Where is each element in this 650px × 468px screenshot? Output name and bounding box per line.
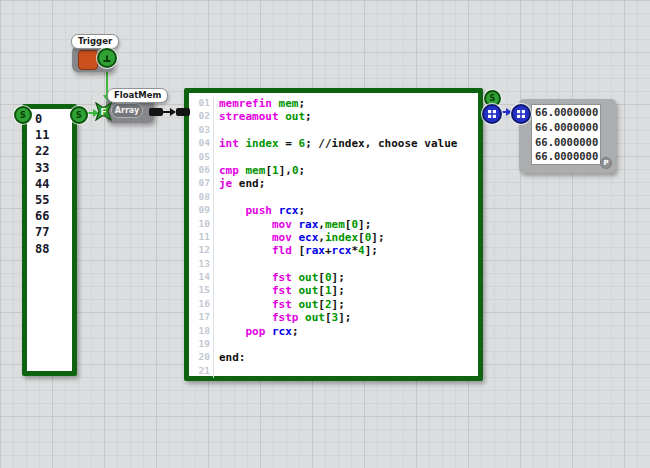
line-number: 06	[189, 164, 214, 177]
code-line[interactable]: 12 fld [rax+rcx*4];	[189, 244, 478, 257]
trigger-node-label[interactable]: Trigger	[71, 34, 119, 49]
stream-connector-icon	[516, 109, 526, 119]
code-text: cmp mem[1],0;	[214, 164, 305, 177]
code-text: mov rax,mem[0];	[214, 218, 371, 231]
line-number: 07	[189, 177, 214, 190]
line-number: 19	[189, 338, 214, 351]
code-text: fst out[0];	[214, 271, 345, 284]
code-line[interactable]: 14 fst out[0];	[189, 271, 478, 284]
code-text: push rcx;	[214, 204, 305, 217]
code-line[interactable]: 01memrefin mem;	[189, 97, 478, 110]
line-number: 18	[189, 325, 214, 338]
code-line[interactable]: 02streamout out;	[189, 110, 478, 123]
trigger-button[interactable]	[78, 50, 98, 70]
properties-badge[interactable]: P	[600, 157, 612, 169]
code-text: fld [rax+rcx*4];	[214, 244, 378, 257]
code-line[interactable]: 07je end;	[189, 177, 478, 190]
line-number: 02	[189, 110, 214, 123]
code-line[interactable]: 13	[189, 258, 478, 271]
floatmem-node-label[interactable]: FloatMem	[107, 88, 168, 103]
list-value[interactable]: 0	[27, 111, 72, 127]
list-input-connector[interactable]: S	[14, 106, 32, 124]
line-number: 15	[189, 284, 214, 297]
display-stream-input-connector[interactable]	[511, 104, 531, 124]
array-pill[interactable]: Array	[111, 103, 143, 118]
trigger-output-connector[interactable]	[97, 48, 117, 68]
line-number: 08	[189, 191, 214, 204]
list-value[interactable]: 11	[27, 127, 72, 143]
output-value: 66.0000000	[532, 149, 600, 164]
properties-badge-letter: P	[603, 159, 608, 167]
code-line[interactable]: 15 fst out[1];	[189, 284, 478, 297]
code-line[interactable]: 21	[189, 365, 478, 378]
wire-array-to-code	[163, 111, 171, 113]
list-value[interactable]: 22	[27, 143, 72, 159]
code-text	[214, 338, 219, 351]
code-text	[214, 124, 219, 137]
list-value[interactable]: 55	[27, 192, 72, 208]
float-connector-letter: F	[100, 107, 106, 117]
float-input-connector[interactable]: F	[95, 102, 112, 121]
code-mem-input-pad[interactable]	[176, 108, 190, 116]
array-list-values: 01122334455667788	[27, 109, 72, 257]
line-number: 09	[189, 204, 214, 217]
list-output-connector[interactable]: S	[70, 106, 88, 124]
list-value[interactable]: 66	[27, 208, 72, 224]
code-text: int index = 6; //index, choose value	[214, 137, 457, 150]
code-line[interactable]: 20end:	[189, 351, 478, 364]
trigger-icon	[101, 52, 113, 64]
code-line[interactable]: 11 mov ecx,index[0];	[189, 231, 478, 244]
schematic-canvas: Trigger 01122334455667788 S S FloatMem A…	[0, 0, 650, 468]
code-text: end:	[214, 351, 246, 364]
code-line[interactable]: 17 fstp out[3];	[189, 311, 478, 324]
array-list-box[interactable]: 01122334455667788	[22, 104, 77, 376]
code-text	[214, 365, 219, 378]
code-text	[214, 191, 219, 204]
code-line[interactable]: 05	[189, 151, 478, 164]
code-line[interactable]: 08	[189, 191, 478, 204]
array-pill-label: Array	[115, 106, 139, 115]
code-line[interactable]: 18 pop rcx;	[189, 325, 478, 338]
string-connector-letter: S	[20, 111, 26, 120]
list-value[interactable]: 77	[27, 224, 72, 240]
code-text: mov ecx,index[0];	[214, 231, 385, 244]
assembly-code-panel[interactable]: 01memrefin mem;02streamout out;0304int i…	[184, 88, 483, 381]
list-value[interactable]: 33	[27, 160, 72, 176]
line-number: 14	[189, 271, 214, 284]
line-number: 16	[189, 298, 214, 311]
code-text: fstp out[3];	[214, 311, 351, 324]
string-connector-letter: S	[76, 111, 82, 120]
string-connector-letter: S	[490, 94, 496, 103]
code-stream-output-connector[interactable]	[482, 104, 502, 124]
line-number: 13	[189, 258, 214, 271]
array-mem-output-pad[interactable]	[149, 108, 163, 116]
code-text: je end;	[214, 177, 265, 190]
output-value: 66.0000000	[532, 135, 600, 150]
code-text: fst out[2];	[214, 298, 345, 311]
line-number: 04	[189, 137, 214, 150]
line-number: 12	[189, 244, 214, 257]
line-number: 20	[189, 351, 214, 364]
list-value[interactable]: 44	[27, 176, 72, 192]
output-value: 66.0000000	[532, 120, 600, 135]
code-line[interactable]: 10 mov rax,mem[0];	[189, 218, 478, 231]
code-lines[interactable]: 01memrefin mem;02streamout out;0304int i…	[189, 93, 478, 378]
output-value: 66.0000000	[532, 105, 600, 120]
code-text: streamout out;	[214, 110, 312, 123]
code-line[interactable]: 04int index = 6; //index, choose value	[189, 137, 478, 150]
code-line[interactable]: 19	[189, 338, 478, 351]
stream-connector-icon	[487, 109, 497, 119]
line-number: 03	[189, 124, 214, 137]
line-number: 21	[189, 365, 214, 378]
line-number: 01	[189, 97, 214, 110]
output-values-panel[interactable]: 66.000000066.000000066.000000066.0000000…	[519, 99, 616, 173]
code-line[interactable]: 16 fst out[2];	[189, 298, 478, 311]
code-line[interactable]: 03	[189, 124, 478, 137]
code-text	[214, 151, 219, 164]
line-number: 11	[189, 231, 214, 244]
code-line[interactable]: 09 push rcx;	[189, 204, 478, 217]
code-text	[214, 258, 219, 271]
list-value[interactable]: 88	[27, 241, 72, 257]
code-text: pop rcx;	[214, 325, 299, 338]
code-line[interactable]: 06cmp mem[1],0;	[189, 164, 478, 177]
